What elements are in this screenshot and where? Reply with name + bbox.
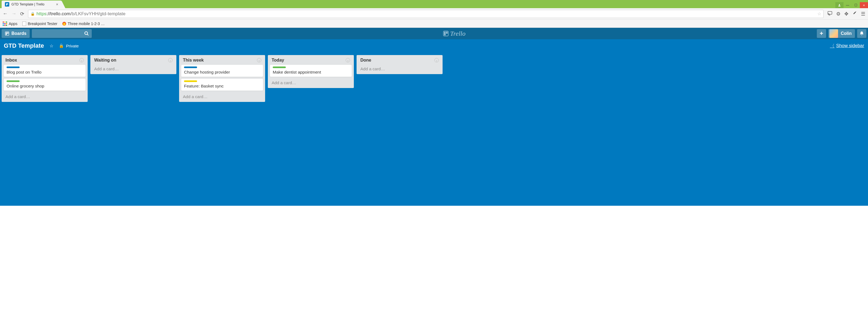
- card[interactable]: Online grocery shop: [4, 79, 86, 91]
- show-sidebar-button[interactable]: 〈 Show sidebar: [830, 43, 864, 49]
- card-label-green: [273, 66, 286, 68]
- file-icon: [22, 22, 26, 26]
- tab-title: GTD Template | Trello: [11, 2, 54, 6]
- svg-line-9: [87, 34, 89, 35]
- star-board-icon[interactable]: ☆: [50, 43, 53, 49]
- username: Colin: [841, 31, 852, 36]
- add-card-button[interactable]: Add a card…: [181, 93, 263, 99]
- add-card-button[interactable]: Add a card…: [93, 65, 174, 72]
- bookmark-breakpoint[interactable]: Breakpoint Tester: [22, 22, 57, 26]
- bookmark-apps[interactable]: Apps: [3, 22, 18, 26]
- list-header: This week⌄: [181, 57, 263, 65]
- browser-toolbar: ← → ⟳ 🔒 https://trello.com/b/LKFsvYHH/gt…: [0, 8, 868, 20]
- lock-icon: 🔒: [59, 43, 64, 48]
- card[interactable]: Change hosting provider: [181, 65, 263, 77]
- window-controls: — ☐ ×: [835, 2, 868, 8]
- svg-rect-12: [446, 32, 448, 34]
- bookmark-star-icon[interactable]: ☆: [817, 11, 821, 16]
- forward-button[interactable]: →: [11, 11, 16, 17]
- reload-button[interactable]: ⟳: [20, 11, 24, 17]
- show-sidebar-label: Show sidebar: [836, 43, 864, 49]
- card-title: Change hosting provider: [184, 70, 260, 75]
- bookmark-label: Apps: [9, 22, 18, 26]
- move-icon[interactable]: ✥: [844, 11, 848, 17]
- list-header: Waiting on⌄: [93, 57, 174, 65]
- list-header: Inbox⌄: [4, 57, 86, 65]
- list-title[interactable]: Waiting on: [94, 58, 116, 63]
- url-text: https://trello.com/b/LKFsvYHH/gtd-templa…: [36, 11, 125, 17]
- list-menu-icon[interactable]: ⌄: [434, 58, 439, 62]
- svg-point-8: [85, 32, 88, 35]
- card-title: Make dentist appointment: [273, 70, 349, 75]
- svg-rect-2: [7, 3, 8, 5]
- list: Inbox⌄Blog post on TrelloOnline grocery …: [2, 55, 88, 102]
- url-path: /b/LKFsvYHH/gtd-template: [70, 11, 125, 16]
- board-header: GTD Template ☆ 🔒 Private 〈 Show sidebar: [0, 39, 868, 52]
- list-menu-icon[interactable]: ⌄: [346, 58, 350, 62]
- search-box[interactable]: [32, 29, 92, 38]
- chrome-profile-button[interactable]: [835, 2, 843, 8]
- card-title: Online grocery shop: [6, 84, 83, 89]
- bookmark-three[interactable]: Three mobile 1-2-3 …: [62, 22, 105, 26]
- bookmarks-bar: Apps Breakpoint Tester Three mobile 1-2-…: [0, 20, 868, 28]
- list-title[interactable]: Done: [360, 58, 371, 63]
- lock-icon: 🔒: [30, 12, 35, 16]
- trello-favicon: [5, 2, 9, 6]
- list: Waiting on⌄Add a card…: [90, 55, 176, 74]
- browser-tab[interactable]: GTD Template | Trello ×: [2, 1, 62, 8]
- add-card-button[interactable]: Add a card…: [270, 79, 352, 85]
- boards-button[interactable]: Boards: [2, 29, 30, 38]
- card[interactable]: Make dentist appointment: [270, 65, 352, 77]
- bookmark-label: Breakpoint Tester: [28, 22, 57, 26]
- tab-close-icon[interactable]: ×: [56, 2, 58, 6]
- svg-rect-11: [444, 32, 445, 35]
- board-title[interactable]: GTD Template: [4, 42, 44, 49]
- browser-titlebar: GTD Template | Trello × — ☐ ×: [0, 0, 868, 8]
- list-header: Done⌄: [359, 57, 440, 65]
- apps-icon: [3, 22, 7, 26]
- window-maximize-button[interactable]: ☐: [852, 2, 860, 8]
- list: This week⌄Change hosting providerFeature…: [179, 55, 265, 102]
- eyedropper-icon[interactable]: [852, 11, 857, 17]
- list-title[interactable]: Inbox: [5, 58, 17, 63]
- cast-icon[interactable]: [828, 11, 832, 17]
- card-label-blue: [6, 66, 20, 68]
- boards-label: Boards: [11, 31, 26, 36]
- trello-logo-text: Trello: [450, 30, 465, 37]
- svg-point-3: [839, 4, 840, 5]
- card[interactable]: Blog post on Trello: [4, 65, 86, 77]
- add-button[interactable]: +: [817, 29, 826, 38]
- list-title[interactable]: Today: [272, 58, 284, 63]
- notifications-button[interactable]: [857, 29, 866, 38]
- window-close-button[interactable]: ×: [860, 2, 868, 8]
- settings-gear-icon[interactable]: ⚙: [836, 11, 840, 17]
- chrome-menu-icon[interactable]: ☰: [861, 11, 865, 17]
- svg-rect-7: [7, 32, 8, 33]
- address-bar[interactable]: 🔒 https://trello.com/b/LKFsvYHH/gtd-temp…: [28, 10, 824, 18]
- fire-icon: [62, 22, 66, 26]
- trello-logo-icon: [443, 31, 448, 36]
- board-icon: [5, 31, 9, 36]
- svg-rect-4: [828, 11, 832, 15]
- card-label-green: [6, 80, 20, 82]
- bell-icon: [859, 31, 864, 36]
- window-minimize-button[interactable]: —: [843, 2, 852, 8]
- card-label-blue: [184, 66, 197, 68]
- back-button[interactable]: ←: [3, 11, 8, 17]
- list-menu-icon[interactable]: ⌄: [80, 58, 84, 62]
- add-card-button[interactable]: Add a card…: [4, 93, 86, 99]
- user-menu[interactable]: Colin: [828, 29, 855, 38]
- card[interactable]: Feature: Basket sync: [181, 79, 263, 91]
- trello-logo[interactable]: Trello: [443, 30, 465, 37]
- list-menu-icon[interactable]: ⌄: [257, 58, 261, 62]
- list: Today⌄Make dentist appointmentAdd a card…: [268, 55, 354, 88]
- add-card-button[interactable]: Add a card…: [359, 65, 440, 72]
- card-title: Blog post on Trello: [6, 70, 83, 75]
- avatar: [829, 29, 838, 38]
- svg-rect-6: [6, 32, 7, 35]
- list-title[interactable]: This week: [183, 58, 204, 63]
- board-canvas[interactable]: Inbox⌄Blog post on TrelloOnline grocery …: [0, 52, 868, 206]
- board-privacy[interactable]: 🔒 Private: [59, 43, 79, 48]
- plus-icon: +: [820, 30, 824, 37]
- list-menu-icon[interactable]: ⌄: [168, 58, 173, 62]
